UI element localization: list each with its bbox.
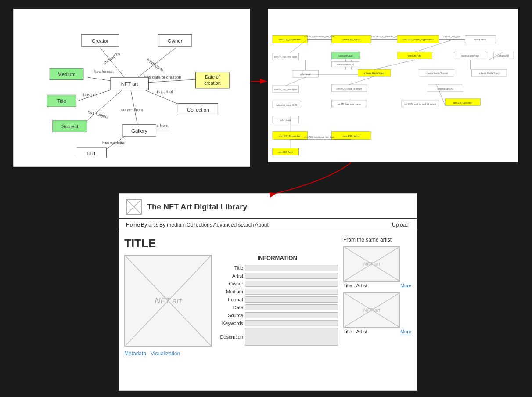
field-title: Title bbox=[216, 265, 338, 271]
page-title: TITLE bbox=[124, 237, 338, 250]
nav-upload[interactable]: Upload bbox=[392, 222, 409, 228]
sidebar-thumb-1: NFT art bbox=[343, 246, 400, 282]
field-artist: Artist bbox=[216, 273, 338, 279]
svg-text:has date of creation: has date of creation bbox=[144, 75, 181, 79]
svg-text:schema:WebPage: schema:WebPage bbox=[461, 54, 479, 57]
artwork-placeholder-label: NFT art bbox=[155, 296, 182, 306]
rdf-graph-svg: crm:E8_Acquisition crm:E39_Actor crm:E82… bbox=[270, 11, 515, 160]
svg-text:Collection: Collection bbox=[187, 107, 209, 112]
nav-advanced-search[interactable]: Advanced search bbox=[213, 222, 254, 228]
field-description: Descrption bbox=[216, 328, 338, 346]
svg-text:belongs to: belongs to bbox=[146, 57, 164, 72]
input-date[interactable] bbox=[245, 304, 338, 310]
field-medium: Medium bbox=[216, 289, 338, 295]
label-date: Date bbox=[216, 305, 245, 310]
svg-text:Owner: Owner bbox=[168, 38, 183, 43]
field-keywords: Keywords bbox=[216, 320, 338, 326]
svg-text:creation: creation bbox=[204, 80, 221, 86]
svg-text:skos:prefLabel: skos:prefLabel bbox=[338, 54, 352, 57]
wireframe-header: The NFT Art Digital Library bbox=[119, 194, 417, 219]
input-description[interactable] bbox=[245, 328, 338, 346]
svg-text:Gallery: Gallery bbox=[131, 128, 147, 134]
content-area: NFT art Metadata Visualization INFORMATI… bbox=[124, 255, 338, 357]
svg-text:crm:P82a_begin_of_begin: crm:P82a_begin_of_begin bbox=[336, 87, 362, 90]
meta-links: Metadata Visualization bbox=[124, 350, 180, 357]
field-format: Format bbox=[216, 296, 338, 303]
main-content: TITLE NFT art Metadata Visualization bbox=[124, 237, 338, 357]
svg-text:Title: Title bbox=[57, 98, 66, 104]
field-date: Date bbox=[216, 304, 338, 310]
svg-line-107 bbox=[286, 77, 306, 86]
input-keywords[interactable] bbox=[245, 320, 338, 326]
svg-text:Creator: Creator bbox=[92, 38, 108, 43]
svg-text:xsd:anyURI: xsd:anyURI bbox=[497, 54, 509, 57]
svg-text:crm:E8_Acquisition: crm:E8_Acquisition bbox=[279, 135, 301, 137]
sidebar-item-2-label: Title - Artist More bbox=[343, 329, 411, 334]
sidebar-artwork-2: NFT art Title - Artist More bbox=[343, 292, 411, 334]
nav-by-medium[interactable]: By medium bbox=[159, 222, 186, 228]
site-title: The NFT Art Digital Library bbox=[147, 202, 247, 212]
svg-text:URL: URL bbox=[87, 151, 97, 156]
sidebar-title: From the same artist bbox=[343, 237, 411, 243]
sidebar-item-1-label: Title - Artist More bbox=[343, 283, 411, 288]
field-source: Source bbox=[216, 312, 338, 318]
svg-text:crm:P1_has_new_name: crm:P1_has_new_name bbox=[338, 103, 361, 105]
svg-text:crm:E35_Title: crm:E35_Title bbox=[408, 54, 422, 57]
sidebar-item-1-title: Title - Artist bbox=[343, 283, 367, 288]
svg-text:Medium: Medium bbox=[58, 72, 75, 77]
svg-text:NFT art: NFT art bbox=[363, 307, 381, 313]
svg-text:comes from: comes from bbox=[121, 107, 143, 112]
svg-text:NFT art: NFT art bbox=[363, 261, 381, 267]
rdf-graph: crm:E8_Acquisition crm:E39_Actor crm:E82… bbox=[268, 9, 518, 162]
site-logo bbox=[126, 199, 142, 215]
svg-text:crm:P131_is_identified_by: crm:P131_is_identified_by bbox=[371, 35, 397, 38]
svg-line-106 bbox=[349, 76, 374, 85]
svg-text:rdfs:Literal: rdfs:Literal bbox=[474, 38, 486, 41]
input-owner[interactable] bbox=[245, 281, 338, 287]
svg-text:has title: has title bbox=[83, 92, 98, 97]
concept-map: created by belongs to has format has tit… bbox=[13, 9, 250, 167]
info-panel: INFORMATION Title Artist Owner Medi bbox=[216, 255, 338, 357]
svg-text:has format: has format bbox=[94, 69, 114, 74]
svg-text:crm:P82b_end_of_end_of_extent: crm:P82b_end_of_end_of_extent bbox=[404, 103, 436, 105]
label-source: Source bbox=[216, 313, 245, 318]
svg-text:is part of: is part of bbox=[157, 89, 173, 94]
input-source[interactable] bbox=[245, 312, 338, 318]
svg-line-94 bbox=[374, 60, 415, 69]
svg-text:schema:MediaChannel: schema:MediaChannel bbox=[425, 72, 448, 75]
wireframe-ui: The NFT Art Digital Library Home By arti… bbox=[119, 193, 417, 391]
svg-text:crm:P23_transferred_title_from: crm:P23_transferred_title_from bbox=[304, 35, 334, 38]
svg-text:Subject: Subject bbox=[61, 124, 79, 129]
svg-text:crm:E39_Actor: crm:E39_Actor bbox=[343, 135, 360, 137]
input-title[interactable] bbox=[245, 265, 338, 271]
sidebar-item-2-title: Title - Artist bbox=[343, 329, 367, 334]
nav-about[interactable]: About bbox=[255, 222, 269, 228]
input-format[interactable] bbox=[245, 296, 338, 303]
nav-by-artist[interactable]: By artis bbox=[141, 222, 158, 228]
label-title: Title bbox=[216, 265, 245, 271]
sidebar-artwork-1: NFT art Title - Artist More bbox=[343, 246, 411, 288]
svg-text:schema:MediaObject: schema:MediaObject bbox=[479, 72, 500, 75]
input-medium[interactable] bbox=[245, 289, 338, 295]
field-owner: Owner bbox=[216, 281, 338, 287]
wireframe-body: TITLE NFT art Metadata Visualization bbox=[119, 231, 417, 362]
same-artist-sidebar: From the same artist NFT art Title - Art… bbox=[343, 237, 411, 357]
sidebar-item-2-more[interactable]: More bbox=[400, 329, 411, 334]
nav-bar: Home By artis By medium Collections Adva… bbox=[119, 219, 417, 231]
svg-text:schema:sameAs: schema:sameAs bbox=[437, 87, 453, 90]
svg-text:schema:MediaObject: schema:MediaObject bbox=[364, 72, 385, 75]
visualization-link[interactable]: Visualization bbox=[151, 350, 180, 357]
sidebar-item-1-more[interactable]: More bbox=[400, 283, 411, 288]
nav-collections[interactable]: Collections bbox=[187, 222, 212, 228]
label-format: Format bbox=[216, 297, 245, 302]
svg-text:schema:contactURL: schema:contactURL bbox=[337, 64, 355, 66]
input-artist[interactable] bbox=[245, 273, 338, 279]
metadata-link[interactable]: Metadata bbox=[124, 350, 146, 357]
svg-text:created by: created by bbox=[102, 50, 121, 65]
svg-text:crm:E39_Actor: crm:E39_Actor bbox=[278, 151, 293, 153]
nav-home[interactable]: Home bbox=[126, 222, 140, 228]
artwork-image: NFT art bbox=[124, 255, 212, 347]
svg-text:crm:E82_Actor_Appellation: crm:E82_Actor_Appellation bbox=[403, 38, 434, 41]
svg-text:crm:P4_has_time-span: crm:P4_has_time-span bbox=[274, 55, 297, 58]
svg-text:crm:P2_has_type: crm:P2_has_type bbox=[443, 35, 460, 38]
